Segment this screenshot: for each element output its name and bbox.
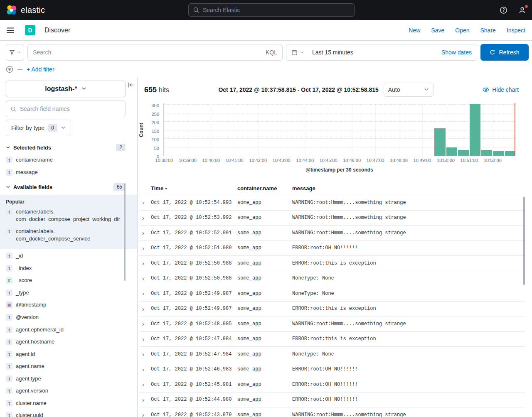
expand-row-button[interactable]: ›	[139, 351, 151, 358]
field-search[interactable]	[6, 101, 126, 117]
histogram-bar[interactable]	[434, 128, 445, 156]
table-row[interactable]: ›Oct 17, 2022 @ 10:52:49.987some_appERRO…	[139, 302, 525, 317]
menu-icon[interactable]	[7, 27, 14, 33]
save-button[interactable]: Save	[431, 27, 444, 34]
field-item[interactable]: tcluster.​name	[6, 397, 126, 410]
histogram-bar[interactable]	[505, 151, 515, 156]
field-search-input[interactable]	[20, 105, 121, 112]
column-header-time[interactable]: Time ▾	[151, 185, 237, 191]
table-scrollbar[interactable]	[523, 197, 525, 285]
time-range-quick-value[interactable]: Last 15 minutes	[309, 49, 353, 56]
table-row[interactable]: ›Oct 17, 2022 @ 10:52:53.992some_appWARN…	[139, 211, 525, 226]
field-item[interactable]: tagent.​version	[6, 385, 126, 397]
table-row[interactable]: ›Oct 17, 2022 @ 10:52:52.991some_appWARN…	[139, 226, 525, 241]
column-header-container-name[interactable]: container.name	[237, 185, 292, 191]
chart-time-range: Oct 17, 2022 @ 10:37:58.815 - Oct 17, 20…	[218, 86, 378, 93]
field-item[interactable]: t_id	[6, 250, 126, 262]
field-item[interactable]: tcontainer.​labels.​com_docker_compose_p…	[6, 206, 126, 225]
field-item[interactable]: tcluster.​uuid	[6, 409, 126, 417]
expand-row-button[interactable]: ›	[139, 411, 151, 417]
index-pattern-switcher[interactable]: logstash-*	[6, 81, 126, 97]
table-row[interactable]: ›Oct 17, 2022 @ 10:52:44.980some_appERRO…	[139, 392, 525, 408]
field-item[interactable]: t@version	[6, 311, 126, 324]
table-row[interactable]: ›Oct 17, 2022 @ 10:52:46.983some_appERRO…	[139, 362, 525, 378]
help-icon[interactable]: ?	[500, 6, 507, 14]
histogram-interval-select[interactable]: Auto	[384, 83, 433, 97]
histogram-bar[interactable]	[458, 150, 469, 156]
table-row[interactable]: ›Oct 17, 2022 @ 10:52:48.985some_appWARN…	[139, 316, 525, 332]
global-search-input[interactable]	[203, 7, 350, 13]
expand-row-button[interactable]: ›	[139, 396, 151, 403]
histogram-bar[interactable]	[446, 147, 457, 156]
add-filter-button[interactable]: + Add filter	[27, 66, 54, 73]
kql-query-input[interactable]	[33, 49, 261, 56]
field-item[interactable]: tagent.​ephemeral_id	[6, 324, 126, 336]
field-item[interactable]: #_score	[6, 274, 126, 287]
selected-fields-accordion[interactable]: Selected fields 2	[6, 139, 126, 154]
selected-fields-count-badge: 2	[116, 144, 126, 151]
expand-row-button[interactable]: ›	[139, 199, 151, 206]
field-item[interactable]: tcontainer.​name	[6, 154, 126, 166]
expand-row-button[interactable]: ›	[139, 320, 151, 327]
table-row[interactable]: ›Oct 17, 2022 @ 10:52:50.988some_appNone…	[139, 271, 525, 287]
saved-query-menu-button[interactable]	[6, 44, 24, 61]
filter-list-icon[interactable]	[6, 66, 13, 73]
expand-row-button[interactable]: ›	[139, 290, 151, 297]
field-item[interactable]: ▦@timestamp	[6, 299, 126, 311]
collapse-sidebar-icon[interactable]	[127, 81, 134, 88]
table-row[interactable]: ›Oct 17, 2022 @ 10:52:54.993some_appWARN…	[139, 195, 525, 211]
histogram-bar[interactable]	[481, 150, 492, 156]
expand-row-button[interactable]: ›	[139, 229, 151, 236]
elastic-home-link[interactable]: elastic	[6, 5, 45, 16]
expand-row-button[interactable]: ›	[139, 275, 151, 282]
table-row[interactable]: ›Oct 17, 2022 @ 10:52:51.989some_appERRO…	[139, 241, 525, 256]
sidebar-scrollbar[interactable]	[124, 183, 126, 281]
field-item[interactable]: tmessage	[6, 166, 126, 179]
histogram-bar[interactable]	[470, 104, 480, 156]
histogram-bar[interactable]	[493, 151, 504, 156]
expand-row-button[interactable]: ›	[139, 381, 151, 388]
field-type-icon: t	[6, 412, 12, 417]
new-button[interactable]: New	[409, 27, 420, 34]
share-button[interactable]: Share	[480, 27, 496, 34]
field-item[interactable]: tagent.​name	[6, 360, 126, 373]
filter-by-type-label: Filter by type	[11, 125, 44, 131]
kql-language-button[interactable]: KQL	[261, 49, 277, 56]
user-menu-icon[interactable]	[518, 6, 526, 14]
field-item[interactable]: tagent.​id	[6, 348, 126, 361]
open-button[interactable]: Open	[455, 27, 469, 34]
inspect-button[interactable]: Inspect	[507, 27, 525, 34]
sort-desc-icon[interactable]: ▾	[165, 186, 167, 191]
field-type-icon: t	[6, 363, 12, 370]
field-item[interactable]: tagent.​type	[6, 373, 126, 385]
space-avatar[interactable]: D	[25, 25, 35, 35]
table-row[interactable]: ›Oct 17, 2022 @ 10:52:49.987some_appNone…	[139, 286, 525, 302]
expand-row-button[interactable]: ›	[139, 336, 151, 343]
expand-row-button[interactable]: ›	[139, 260, 151, 267]
field-item[interactable]: tagent.​hostname	[6, 336, 126, 348]
expand-row-button[interactable]: ›	[139, 214, 151, 221]
refresh-button[interactable]: Refresh	[480, 44, 529, 61]
calendar-dropdown-button[interactable]	[291, 49, 309, 56]
table-row[interactable]: ›Oct 17, 2022 @ 10:52:47.984some_appERRO…	[139, 332, 525, 347]
table-row[interactable]: ›Oct 17, 2022 @ 10:52:45.981some_appERRO…	[139, 377, 525, 392]
expand-row-button[interactable]: ›	[139, 305, 151, 312]
cell-container-name: some_app	[237, 321, 292, 327]
refresh-label: Refresh	[499, 49, 519, 56]
field-item[interactable]: tcontainer.​labels.​com_docker_compose_s…	[6, 225, 126, 245]
cell-message: WARNING:root:Hmmm....something strange	[292, 412, 525, 417]
cell-time: Oct 17, 2022 @ 10:52:50.988	[151, 260, 237, 266]
filter-by-type-button[interactable]: Filter by type 0	[6, 120, 71, 136]
column-header-message[interactable]: message	[292, 185, 525, 191]
show-dates-button[interactable]: Show dates	[441, 49, 472, 56]
table-row[interactable]: ›Oct 17, 2022 @ 10:52:50.988some_appERRO…	[139, 256, 525, 271]
hide-chart-button[interactable]: Hide chart	[483, 86, 519, 93]
field-item[interactable]: t_index	[6, 262, 126, 275]
expand-row-button[interactable]: ›	[139, 245, 151, 252]
global-search[interactable]	[188, 3, 355, 17]
available-fields-accordion[interactable]: Available fields 65	[6, 178, 126, 193]
field-item[interactable]: t_type	[6, 287, 126, 299]
expand-row-button[interactable]: ›	[139, 366, 151, 373]
table-row[interactable]: ›Oct 17, 2022 @ 10:52:47.984some_appNone…	[139, 347, 525, 362]
table-row[interactable]: ›Oct 17, 2022 @ 10:52:43.979some_appWARN…	[139, 407, 525, 417]
